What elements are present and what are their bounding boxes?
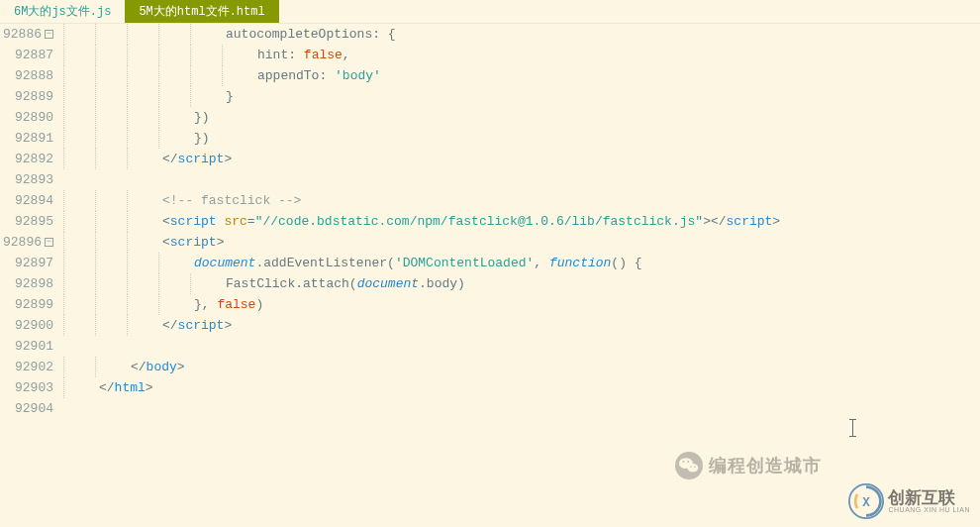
indent-guide [127, 128, 128, 149]
svg-point-5 [690, 466, 692, 468]
indent-guide [127, 273, 128, 294]
indent-guide [158, 128, 159, 149]
code-content: FastClick.attach(document.body) [59, 276, 465, 291]
line-number: 92897 [0, 253, 53, 273]
indent-guide [190, 24, 191, 45]
code-content: </script> [59, 152, 232, 166]
line-number: 92902 [0, 357, 53, 377]
watermark-cxhl-main: 创新互联 [888, 489, 970, 506]
line-number: 92895 [0, 211, 53, 232]
code-line[interactable]: } [59, 86, 980, 107]
indent-guide [95, 211, 96, 232]
code-line[interactable] [59, 336, 980, 357]
code-line[interactable]: <script> [59, 232, 980, 253]
indent-guide [158, 253, 159, 273]
indent-guide [127, 65, 128, 86]
code-line[interactable] [59, 398, 980, 419]
indent-guide [95, 190, 96, 211]
indent-guide [127, 315, 128, 336]
indent-guide [190, 273, 191, 294]
indent-guide [127, 149, 128, 169]
code-line[interactable]: <script src="//code.bdstatic.com/npm/fas… [59, 211, 980, 232]
code-content: <script src="//code.bdstatic.com/npm/fas… [59, 214, 780, 229]
code-area[interactable]: autocompleteOptions: {hint: false,append… [59, 24, 980, 527]
code-content: appendTo: 'body' [59, 68, 381, 83]
line-number: 92901 [0, 336, 53, 357]
svg-point-6 [694, 466, 696, 468]
indent-guide [95, 128, 96, 149]
code-line[interactable]: </html> [59, 377, 980, 398]
code-line[interactable]: </body> [59, 357, 980, 377]
code-content [59, 172, 67, 187]
indent-guide [127, 211, 128, 232]
code-line[interactable]: autocompleteOptions: { [59, 24, 980, 45]
code-content: </script> [59, 318, 232, 333]
code-line[interactable]: }) [59, 107, 980, 128]
svg-point-2 [687, 464, 698, 473]
line-number: 92898 [0, 273, 53, 294]
indent-guide [95, 253, 96, 273]
indent-guide [63, 253, 64, 273]
line-number: 92894 [0, 190, 53, 211]
line-number: 92887 [0, 45, 53, 65]
svg-point-4 [687, 461, 689, 463]
code-line[interactable]: </script> [59, 315, 980, 336]
indent-guide [190, 45, 191, 65]
code-content: autocompleteOptions: { [59, 27, 396, 42]
tab-bar: 6M大的js文件.js 5M大的html文件.html [0, 0, 980, 24]
code-line[interactable]: </script> [59, 149, 980, 169]
line-number: 92903 [0, 377, 53, 398]
line-number: 92886− [0, 24, 53, 45]
fold-toggle-icon[interactable]: − [45, 238, 53, 247]
indent-guide [95, 273, 96, 294]
code-line[interactable]: FastClick.attach(document.body) [59, 273, 980, 294]
line-number: 92896− [0, 232, 53, 253]
indent-guide [127, 294, 128, 315]
code-content: hint: false, [59, 48, 350, 62]
indent-guide [95, 357, 96, 377]
indent-guide [127, 232, 128, 253]
code-line[interactable]: hint: false, [59, 45, 980, 65]
svg-text:X: X [863, 496, 871, 510]
indent-guide [158, 294, 159, 315]
fold-toggle-icon[interactable]: − [45, 30, 53, 39]
tab-html-file[interactable]: 5M大的html文件.html [125, 0, 278, 23]
line-number: 92904 [0, 398, 53, 419]
line-number: 92899 [0, 294, 53, 315]
line-number: 92892 [0, 149, 53, 169]
watermark-cxhl: X 创新互联 CHUANG XIN HU LIAN [848, 483, 970, 519]
indent-guide [95, 149, 96, 169]
line-number: 92888 [0, 65, 53, 86]
code-content: }, false) [59, 297, 263, 312]
code-line[interactable]: document.addEventListener('DOMContentLoa… [59, 253, 980, 273]
code-editor[interactable]: 92886−9288792888928899289092891928929289… [0, 24, 980, 527]
code-line[interactable]: appendTo: 'body' [59, 65, 980, 86]
indent-guide [63, 128, 64, 149]
code-content [59, 339, 67, 354]
tab-js-file[interactable]: 6M大的js文件.js [0, 0, 125, 23]
indent-guide [95, 107, 96, 128]
indent-guide [127, 86, 128, 107]
code-line[interactable]: <!-- fastclick --> [59, 190, 980, 211]
code-line[interactable]: }, false) [59, 294, 980, 315]
line-number: 92893 [0, 169, 53, 190]
indent-guide [127, 190, 128, 211]
wechat-icon [675, 452, 703, 479]
indent-guide [63, 232, 64, 253]
indent-guide [190, 86, 191, 107]
indent-guide [95, 24, 96, 45]
code-line[interactable]: }) [59, 128, 980, 149]
indent-guide [222, 65, 223, 86]
watermark-wechat: 编程创造城市 [675, 452, 822, 479]
indent-guide [63, 107, 64, 128]
indent-guide [222, 45, 223, 65]
indent-guide [190, 65, 191, 86]
code-line[interactable] [59, 169, 980, 190]
line-number: 92900 [0, 315, 53, 336]
code-content: }) [59, 131, 210, 146]
indent-guide [158, 86, 159, 107]
text-cursor [852, 419, 853, 437]
indent-guide [158, 107, 159, 128]
indent-guide [127, 45, 128, 65]
indent-guide [63, 377, 64, 398]
